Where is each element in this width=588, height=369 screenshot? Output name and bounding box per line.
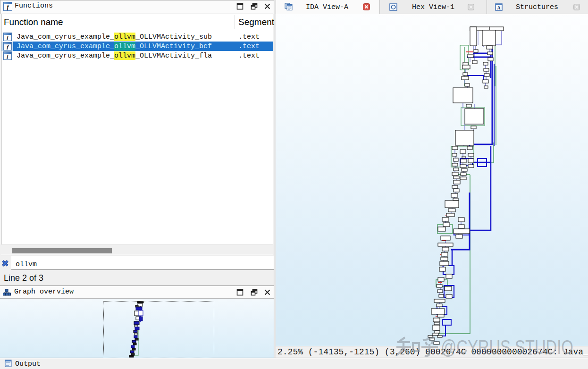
svg-text:A: A: [497, 5, 501, 10]
